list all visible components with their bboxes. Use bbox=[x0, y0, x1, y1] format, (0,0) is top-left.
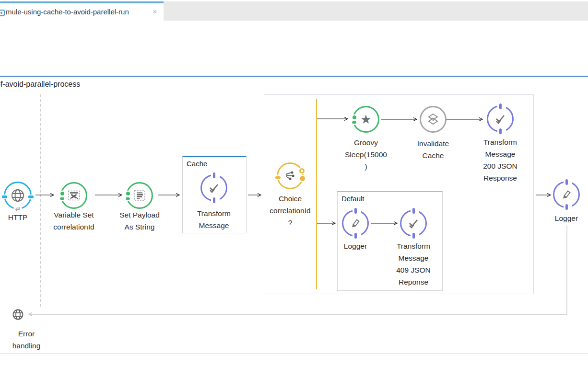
flow-title: of-avoid-parallel-process bbox=[0, 80, 80, 89]
input-dash bbox=[352, 121, 356, 124]
transform-message-icon bbox=[207, 181, 221, 195]
http-left-endpoint bbox=[2, 195, 7, 198]
node-choice-router[interactable] bbox=[277, 162, 304, 189]
circle-gap bbox=[411, 233, 419, 237]
flow-file-icon bbox=[0, 9, 5, 17]
flow-tick bbox=[213, 172, 215, 178]
node-label: Transform Message 409 JSON Reponse bbox=[377, 240, 449, 288]
node-label: Invalidate Cache bbox=[397, 138, 469, 161]
set-payload-icon bbox=[132, 188, 147, 203]
node-logger-end[interactable] bbox=[553, 181, 580, 208]
node-label: Logger bbox=[530, 212, 588, 224]
node-set-payload[interactable] bbox=[126, 182, 153, 209]
editor-divider bbox=[0, 76, 588, 77]
tab-close-icon[interactable]: × bbox=[153, 8, 157, 16]
flow-tick bbox=[565, 204, 568, 210]
error-handling-label: Error handling bbox=[0, 328, 62, 352]
node-label: Choice correlationId ? bbox=[254, 193, 326, 229]
node-label: Variable Set correlationId bbox=[38, 209, 110, 233]
node-transform-message-409[interactable] bbox=[400, 210, 427, 237]
http-right-endpoint bbox=[28, 195, 34, 198]
node-label: Set Payload As String bbox=[104, 209, 176, 233]
node-label: Transform Message bbox=[178, 207, 250, 231]
flow-bottom-rule bbox=[0, 353, 588, 354]
flow-tick bbox=[565, 179, 568, 185]
choice-left-endpoint bbox=[275, 176, 281, 179]
input-dash bbox=[126, 197, 130, 200]
input-dash bbox=[60, 197, 64, 200]
default-route-label: Default bbox=[341, 195, 365, 203]
node-label: Groovy Sleep(15000 ) bbox=[330, 137, 402, 172]
circle-gap bbox=[211, 198, 220, 202]
source-boundary-dashed-line bbox=[40, 94, 41, 307]
node-label: Transform Message 200 JSON Response bbox=[464, 136, 536, 184]
input-dot bbox=[126, 192, 130, 195]
circle-gap bbox=[497, 105, 506, 109]
circle-gap bbox=[564, 181, 572, 184]
invalidate-cache-icon bbox=[426, 112, 440, 126]
flow-tick bbox=[354, 233, 357, 239]
node-groovy-script[interactable]: ★ bbox=[353, 106, 379, 133]
input-dot bbox=[353, 115, 356, 119]
node-invalidate-cache[interactable] bbox=[420, 106, 447, 133]
flow-tick bbox=[213, 197, 215, 203]
node-http-listener[interactable]: ⇄ bbox=[4, 182, 32, 209]
circle-gap bbox=[497, 129, 506, 133]
node-set-variable[interactable] bbox=[60, 182, 87, 209]
circle-gap bbox=[353, 209, 361, 213]
pencil-icon bbox=[559, 187, 574, 202]
input-dot bbox=[60, 192, 64, 195]
globe-icon bbox=[10, 188, 25, 203]
tab-mule-flow[interactable]: mule-using-cache-to-avoid-parellel-run × bbox=[0, 1, 164, 21]
node-transform-message-cache[interactable] bbox=[200, 174, 227, 201]
choice-route-dot bbox=[300, 176, 305, 181]
node-logger-default[interactable] bbox=[342, 210, 369, 237]
transform-message-icon bbox=[493, 112, 507, 126]
node-transform-message-200[interactable] bbox=[487, 105, 514, 132]
circle-gap bbox=[211, 174, 220, 178]
transform-message-icon bbox=[406, 216, 421, 230]
cache-scope-label: Cache bbox=[187, 160, 207, 168]
tab-title: mule-using-cache-to-avoid-parellel-run bbox=[6, 8, 129, 16]
pencil-icon bbox=[348, 216, 363, 230]
flow-tick bbox=[412, 208, 415, 214]
flow-tick bbox=[412, 233, 415, 239]
tab-active-accent bbox=[0, 1, 164, 3]
circle-gap bbox=[353, 233, 361, 237]
error-handling-globe-icon[interactable] bbox=[12, 309, 24, 321]
flow-tick bbox=[354, 208, 357, 214]
flow-editor-canvas: mule-using-cache-to-avoid-parellel-run ×… bbox=[0, 0, 588, 367]
circle-gap bbox=[564, 205, 572, 208]
flow-tick bbox=[499, 103, 502, 109]
choice-route-ring bbox=[299, 168, 305, 173]
groovy-star-icon: ★ bbox=[360, 113, 371, 126]
flow-tick bbox=[499, 128, 502, 134]
tab-bar bbox=[164, 1, 588, 21]
circle-gap bbox=[411, 209, 419, 213]
choice-branch-icon bbox=[283, 169, 297, 183]
set-variable-icon bbox=[67, 188, 81, 203]
